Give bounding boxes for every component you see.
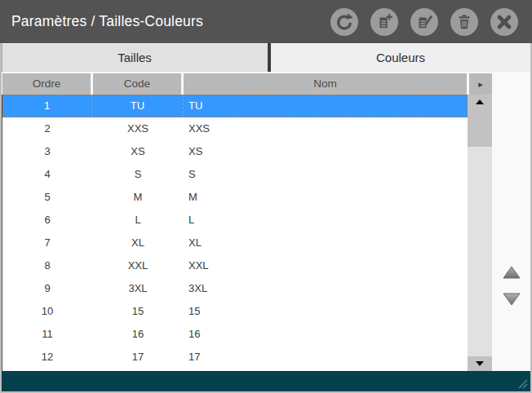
chevron-right-icon: ▸ — [478, 79, 483, 89]
cell-code: XL — [92, 232, 184, 254]
table-row[interactable]: 8 XXL XXL — [2, 254, 468, 277]
table-row[interactable]: 7 XL XL — [2, 232, 468, 254]
trash-icon — [455, 13, 473, 31]
cell-ordre: 5 — [2, 186, 92, 209]
tab-couleurs[interactable]: Couleurs — [271, 43, 530, 72]
cell-nom: XXL — [184, 254, 468, 277]
cell-nom: 16 — [184, 323, 468, 346]
table-row[interactable]: 4 S S — [2, 163, 468, 186]
refresh-icon — [335, 13, 353, 31]
table-row[interactable]: 11 16 16 — [2, 323, 468, 346]
cell-nom: XL — [184, 232, 468, 254]
window-title: Paramètres / Tailles-Couleurs — [11, 0, 203, 43]
cell-ordre: 7 — [2, 232, 92, 254]
cell-nom: S — [184, 163, 468, 186]
table-row[interactable]: 10 15 15 — [2, 300, 468, 323]
cell-nom: 15 — [184, 300, 468, 323]
move-up-icon — [502, 265, 521, 280]
tabbar: Tailles Couleurs — [2, 43, 530, 72]
table-row[interactable]: 1 TU TU — [2, 95, 468, 117]
vertical-scrollbar[interactable] — [468, 95, 492, 371]
cell-code: M — [92, 186, 184, 209]
cell-code: TU — [92, 95, 184, 117]
table-row[interactable]: 2 XXS XXS — [2, 117, 468, 140]
cell-ordre: 1 — [2, 95, 92, 117]
cell-nom: XS — [184, 140, 468, 163]
window-border-left — [0, 43, 2, 393]
cell-ordre: 3 — [2, 140, 92, 163]
cell-ordre: 6 — [2, 209, 92, 232]
cell-code: S — [92, 163, 184, 186]
table-row[interactable]: 5 M M — [2, 186, 468, 209]
scroll-down-button[interactable] — [468, 356, 492, 371]
column-expand-button[interactable]: ▸ — [469, 73, 492, 95]
cell-code: XXS — [92, 117, 184, 140]
cell-nom: L — [184, 209, 468, 232]
footer-statusbar — [2, 371, 530, 391]
column-header-code[interactable]: Code — [93, 73, 181, 95]
delete-record-button[interactable] — [450, 8, 478, 36]
cell-ordre: 4 — [2, 163, 92, 186]
cell-ordre: 8 — [2, 254, 92, 277]
cell-nom: TU — [184, 95, 468, 117]
column-headers: Ordre Code Nom ▸ — [2, 73, 492, 95]
move-down-icon — [502, 292, 521, 307]
table-row[interactable]: 3 XS XS — [2, 140, 468, 163]
cell-code: XS — [92, 140, 184, 163]
cell-ordre: 10 — [2, 300, 92, 323]
cell-nom: XXS — [184, 117, 468, 140]
cell-nom: 3XL — [184, 277, 468, 300]
cell-ordre: 12 — [2, 346, 92, 369]
column-header-ordre[interactable]: Ordre — [2, 73, 91, 95]
table-row[interactable]: 9 3XL 3XL — [2, 277, 468, 300]
grid-rows: 1 TU TU 2 XXS XXS 3 XS XS 4 S S 5 M M 6 … — [2, 95, 468, 369]
cell-code: XXL — [92, 254, 184, 277]
tab-tailles-label: Tailles — [117, 51, 152, 64]
sizes-table: 1 TU TU 2 XXS XXS 3 XS XS 4 S S 5 M M 6 … — [2, 95, 468, 371]
move-row-down-button[interactable] — [502, 292, 521, 307]
table-row[interactable]: 12 17 17 — [2, 346, 468, 369]
cell-ordre: 9 — [2, 277, 92, 300]
tab-couleurs-label: Couleurs — [376, 51, 425, 64]
scroll-down-icon — [476, 361, 484, 366]
add-record-icon — [375, 13, 393, 31]
add-record-button[interactable] — [370, 8, 398, 36]
cell-code: 3XL — [92, 277, 184, 300]
titlebar: Paramètres / Tailles-Couleurs — [0, 0, 532, 43]
cell-code: 15 — [92, 300, 184, 323]
cell-code: 16 — [92, 323, 184, 346]
scrollbar-thumb[interactable] — [468, 95, 492, 147]
table-row[interactable]: 6 L L — [2, 209, 468, 232]
cell-nom: M — [184, 186, 468, 209]
parametres-tailles-couleurs-window: Paramètres / Tailles-Couleurs — [0, 0, 532, 393]
tab-tailles[interactable]: Tailles — [2, 43, 268, 72]
scroll-up-icon[interactable] — [476, 99, 484, 104]
cell-ordre: 2 — [2, 117, 92, 140]
column-header-nom[interactable]: Nom — [184, 73, 467, 95]
edit-record-button[interactable] — [410, 8, 438, 36]
close-button[interactable] — [490, 8, 518, 36]
cell-nom: 17 — [184, 346, 468, 369]
cell-code: 17 — [92, 346, 184, 369]
cell-ordre: 11 — [2, 323, 92, 346]
side-panel — [492, 72, 530, 371]
move-row-up-button[interactable] — [502, 265, 521, 280]
refresh-button[interactable] — [330, 8, 358, 36]
resize-grip-icon[interactable] — [516, 378, 528, 389]
toolbar — [330, 8, 518, 36]
close-icon — [495, 13, 513, 31]
edit-record-icon — [415, 13, 433, 31]
cell-code: L — [92, 209, 184, 232]
